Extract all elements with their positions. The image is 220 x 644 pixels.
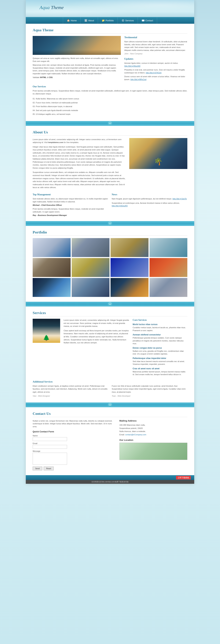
news1-text: Nam feugiat, ipsum eget dignissim pellen… — [112, 197, 187, 200]
contact-right-col: Mailing Address 160-480 Maecenas diam nu… — [120, 420, 187, 470]
portfolio-item-6[interactable] — [72, 258, 110, 277]
core-item-3: Donec congue dolor eu purus Nullam orci … — [133, 347, 187, 355]
message-textarea[interactable] — [33, 453, 67, 465]
about-text-col: Lorem ipsum dolor sit amet, consectetur … — [33, 138, 126, 191]
service-item-3: 03. Proin facilisis ullamcorper turpis, … — [33, 104, 187, 108]
nav-home[interactable]: 🏠 Home — [63, 17, 80, 24]
update1-link[interactable]: http://bit.ly/46ooND — [124, 65, 140, 67]
services-text-col: Lorem ipsum dolor sit amet, consectetur … — [64, 319, 129, 378]
testimonial-box: Testimonial Nam ultrices euismod lorem v… — [124, 36, 187, 55]
about-image — [129, 138, 187, 169]
services-intro1: Lorem ipsum dolor sit amet, consectetur … — [64, 319, 129, 328]
section-divider-3: ▲ — [26, 302, 194, 306]
reset-button[interactable]: Reset — [44, 466, 54, 470]
email-input[interactable] — [33, 445, 67, 449]
portfolio-icon: 📁 — [102, 19, 105, 22]
divider-arrow-1: ▲ — [108, 121, 112, 126]
home-left-col: Quisque vel urna ac nunc sagittis adipis… — [33, 36, 121, 82]
portfolio-item-9[interactable] — [33, 278, 71, 297]
about-image-col — [129, 138, 187, 191]
core-item-title-3: Donec congue dolor eu purus — [133, 347, 187, 349]
site-header: Aqua Theme — [26, 0, 194, 17]
nav-portfolio[interactable]: 📁 Portfolio — [98, 17, 118, 24]
services-title: Services — [33, 311, 187, 316]
update1: Aenean ligula dolor, cursus in interdum … — [124, 62, 187, 68]
news2-text: Suspendisse at scelerisque urna. Aenean … — [112, 202, 187, 207]
updates-title: Updates — [124, 58, 187, 60]
services-image — [33, 319, 60, 343]
name-input[interactable] — [33, 437, 67, 441]
additional-services-grid: Etiam vestibulum semper ligula, at dapib… — [33, 384, 187, 398]
portfolio-item-12[interactable] — [150, 278, 188, 297]
update3: Donec cursus sem sit amet nibh ornare a … — [124, 75, 187, 81]
portfolio-title: Portfolio — [33, 230, 187, 236]
update2-link[interactable]: http://bit.ly/37KGtX — [146, 72, 162, 74]
our-services-title: Our Services — [33, 85, 187, 88]
divider-arrow-2: ▲ — [108, 222, 112, 226]
hero-image — [33, 36, 121, 55]
updates-box: Updates Aenean ligula dolor, cursus in i… — [124, 58, 187, 81]
services-grid: Lorem ipsum dolor sit amet, consectetur … — [33, 319, 187, 378]
contact-section: Contact Us Nullam a tortor est, congue f… — [26, 407, 194, 475]
service-item-2: 02. Fusce risus tortor, interdum at male… — [33, 101, 187, 105]
portfolio-item-7[interactable] — [110, 258, 148, 277]
core-item-title-5: Cras sit amet nunc sit amet — [133, 368, 187, 370]
contact-title: Contact Us — [33, 412, 187, 417]
core-item-text-2: Pellentesque gravida tempus sodales. Cum… — [133, 336, 187, 345]
nav-contact[interactable]: ✉️ Contact — [138, 17, 157, 24]
about-para-2: Integer vitae lacus vitae ligula interdu… — [33, 146, 126, 170]
contact-intro: Nullam a tortor est, congue fermentum ni… — [33, 420, 114, 428]
portfolio-img-5 — [33, 258, 71, 277]
portfolio-img-6 — [72, 258, 110, 277]
mailing-address: 160-480 Maecenas diam nulla, Suspendisse… — [120, 424, 187, 436]
portfolio-item-8[interactable] — [150, 258, 188, 277]
mgmt-person1: Michael - Chief Executive Officer — [33, 204, 108, 206]
portfolio-item-2[interactable] — [72, 238, 110, 257]
portfolio-img-3 — [110, 238, 148, 257]
news2-link[interactable]: http://bit.ly/62puRX — [112, 205, 128, 207]
portfolio-item-11[interactable] — [110, 278, 148, 297]
portfolio-img-8 — [150, 258, 188, 277]
portfolio-img-4 — [150, 238, 188, 257]
core-item-title-2: Aenean eleifend consectetur — [133, 334, 187, 336]
add-person-1: Vian - Web Designer — [33, 394, 108, 398]
portfolio-item-4[interactable] — [150, 238, 188, 257]
site-logo: Aqua Theme — [40, 5, 64, 10]
watermark-bar: 访问明星社区bbs.xiemlao.com免费下载更多经验 — [26, 480, 194, 484]
portfolio-img-2 — [72, 238, 110, 257]
download-link[interactable]: 立即下载模板 — [176, 476, 191, 480]
our-services-list: 01. Nulla facilisi. Maecenas ac odio ips… — [33, 97, 187, 116]
contact-grid: Nullam a tortor est, congue fermentum ni… — [33, 420, 187, 470]
mgmt-person2: Ray - Business Development Manager — [33, 214, 108, 216]
core-item-title-1: Morbi luctus vitae cursus — [133, 323, 187, 326]
core-item-text-1: Curabitur metus turpis, lacinia et iacul… — [133, 326, 187, 332]
core-item-text-4: Sed vitae lacus laoreet mauris euismod c… — [133, 360, 187, 366]
about-title: About Us — [33, 130, 187, 136]
our-services: Our Services Proin lacinia convallis tem… — [33, 85, 187, 116]
portfolio-img-11 — [110, 278, 148, 297]
section-divider-2: ▲ — [26, 221, 194, 226]
core-item-1: Morbi luctus vitae cursus Curabitur metu… — [133, 323, 187, 332]
portfolio-item-10[interactable] — [72, 278, 110, 297]
nav-services[interactable]: ⚙️ Services — [118, 17, 138, 24]
form-buttons: Send Reset — [33, 466, 114, 470]
portfolio-item-1[interactable] — [33, 238, 71, 257]
portfolio-item-5[interactable] — [33, 258, 71, 277]
portfolio-item-3[interactable] — [110, 238, 148, 257]
mgmt-news-grid: Top Management Sed molestie ultrices dol… — [33, 193, 187, 216]
core-item-text-5: Maecenas porttitor laoreet ipsum, tempus… — [133, 370, 187, 376]
additional-services: Additional Services Etiam vestibulum sem… — [33, 380, 187, 398]
testimonial-title: Testimonial — [124, 36, 187, 39]
services-icon: ⚙️ — [122, 19, 124, 22]
send-button[interactable]: Send — [33, 466, 42, 470]
core-services-title: Core Services — [133, 319, 187, 322]
news1-link[interactable]: http://bit.ly/1beTe — [172, 198, 187, 200]
message-label: Message — [33, 450, 114, 452]
core-item-title-4: Pellentesque vitae imperdiet dolor — [133, 357, 187, 360]
nav-about[interactable]: ℹ️ About — [80, 17, 98, 24]
name-label: Name — [33, 434, 114, 437]
section-divider-1: ▲ — [26, 121, 194, 126]
update3-link[interactable]: http://bit.ly/8RsCed — [130, 78, 146, 80]
mailing-email[interactable]: contact@eCompany.com — [125, 434, 146, 436]
update2: Phasellus in erat erat, sed pulvinar nun… — [124, 68, 187, 74]
